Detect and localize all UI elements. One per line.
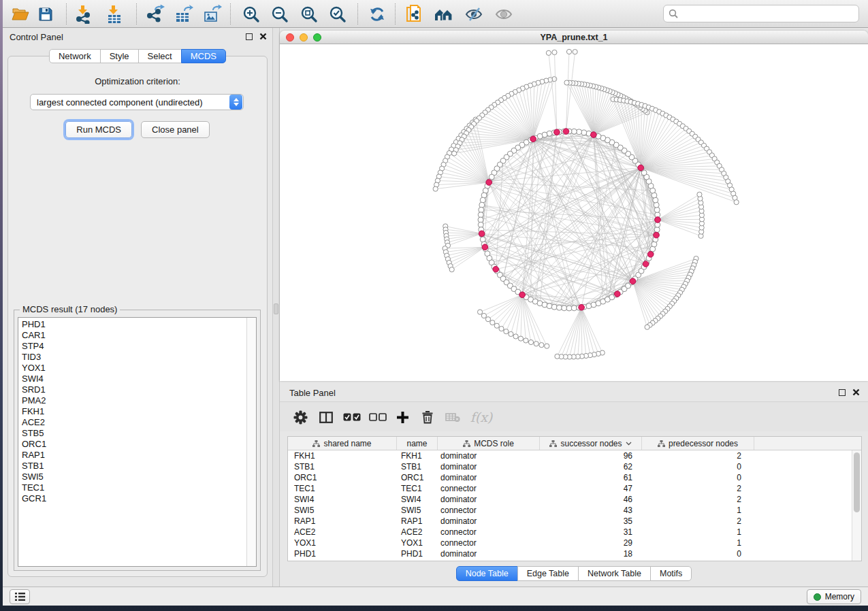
tab-node-table[interactable]: Node Table: [456, 566, 518, 581]
mcds-result-item[interactable]: TID3: [18, 352, 256, 363]
table-row[interactable]: SWI5 SWI5 connector 43 1: [288, 505, 852, 516]
column-header-mcds-role[interactable]: MCDS role: [438, 437, 540, 450]
mcds-result-item[interactable]: GCR1: [18, 493, 256, 504]
search-input[interactable]: [681, 9, 858, 18]
status-bar: Memory: [3, 587, 868, 606]
network-window-title: YPA_prune.txt_1: [280, 33, 868, 42]
table-scrollbar-thumb[interactable]: [854, 452, 860, 512]
function-builder-icon-disabled: f(x): [468, 407, 495, 427]
table-row[interactable]: SWI4 SWI4 dominator 46 2: [288, 494, 852, 505]
float-panel-icon[interactable]: [246, 33, 253, 40]
toolbar-separator: [136, 3, 137, 24]
network-graph[interactable]: [280, 44, 868, 381]
mcds-result-item[interactable]: PHD1: [18, 319, 256, 330]
table-row[interactable]: FKH1 FKH1 dominator 96 2: [288, 450, 852, 461]
column-header-predecessor-nodes[interactable]: predecessor nodes: [642, 437, 754, 450]
column-header-shared-name[interactable]: shared name: [288, 437, 397, 450]
mcds-result-item[interactable]: STP4: [18, 341, 256, 352]
attribute-tree-icon: [312, 440, 320, 447]
control-panel: Control Panel Network Style Select MCDS …: [3, 28, 272, 587]
zoom-out-icon[interactable]: [270, 4, 290, 24]
toolbar-separator: [66, 3, 67, 24]
search-field[interactable]: [663, 5, 859, 22]
task-history-button[interactable]: [10, 589, 30, 604]
column-header-name[interactable]: name: [397, 437, 438, 450]
node-table: shared name name MCDS role successor nod…: [287, 436, 862, 561]
zoom-fit-icon[interactable]: [299, 4, 319, 24]
zoom-selected-icon[interactable]: [327, 4, 348, 24]
deselect-all-checkboxes-icon[interactable]: [367, 407, 389, 427]
tab-select[interactable]: Select: [138, 49, 182, 63]
sort-chevron-icon: [626, 442, 632, 446]
select-all-checkboxes-icon[interactable]: [341, 407, 363, 427]
export-table-icon[interactable]: [174, 4, 194, 24]
close-panel-button[interactable]: Close panel: [141, 121, 210, 138]
optimization-criterion-select[interactable]: largest connected component (undirected): [30, 94, 244, 110]
tab-network[interactable]: Network: [49, 49, 101, 63]
mcds-result-item[interactable]: TEC1: [18, 482, 256, 493]
zoom-in-icon[interactable]: [241, 4, 261, 24]
clone-network-icon[interactable]: [404, 4, 424, 24]
tab-style[interactable]: Style: [100, 49, 139, 63]
tab-network-table[interactable]: Network Table: [578, 566, 651, 581]
refresh-layout-icon[interactable]: [367, 4, 387, 24]
table-row[interactable]: YOX1 YOX1 connector 29 1: [288, 538, 852, 548]
tab-edge-table[interactable]: Edge Table: [517, 566, 579, 581]
mcds-result-item[interactable]: YOX1: [18, 363, 256, 374]
app-window: Control Panel Network Style Select MCDS …: [3, 0, 868, 606]
hide-selected-eye-icon[interactable]: [464, 4, 484, 24]
table-row[interactable]: TEC1 TEC1 connector 47 2: [288, 483, 852, 494]
open-file-icon[interactable]: [10, 4, 31, 24]
show-hidden-eye-icon[interactable]: [494, 4, 514, 24]
network-window-titlebar: YPA_prune.txt_1: [280, 31, 868, 44]
add-column-icon[interactable]: [391, 407, 413, 427]
export-network-icon[interactable]: [145, 4, 165, 24]
float-table-panel-icon[interactable]: [839, 389, 846, 396]
mcds-result-item[interactable]: SRD1: [18, 384, 256, 395]
settings-gear-icon[interactable]: [289, 407, 311, 427]
table-scrollbar[interactable]: [852, 450, 861, 561]
network-view-window: YPA_prune.txt_1: [280, 31, 868, 381]
mcds-list-scrollbar[interactable]: [246, 318, 256, 566]
split-pane-divider[interactable]: [272, 28, 280, 587]
tab-mcds[interactable]: MCDS: [181, 49, 226, 63]
table-row[interactable]: ORC1 ORC1 dominator 61 0: [288, 472, 852, 483]
attribute-tree-icon: [549, 440, 557, 447]
mcds-result-item[interactable]: PMA2: [18, 395, 256, 406]
import-network-icon[interactable]: [74, 4, 94, 24]
mcds-result-item[interactable]: ACE2: [18, 417, 256, 428]
network-canvas[interactable]: [280, 44, 868, 381]
table-row[interactable]: ACE2 ACE2 connector 31 1: [288, 527, 852, 538]
table-tabs: Node Table Edge Table Network Table Moti…: [280, 566, 868, 581]
save-session-icon[interactable]: [35, 4, 56, 24]
run-mcds-button[interactable]: Run MCDS: [65, 121, 132, 138]
delete-column-trash-icon[interactable]: [417, 407, 438, 427]
close-panel-icon[interactable]: [259, 33, 267, 40]
mcds-result-item[interactable]: SWI5: [18, 472, 256, 482]
memory-button[interactable]: Memory: [807, 589, 861, 604]
attribute-tree-icon: [463, 440, 470, 447]
selected-criterion: largest connected component (undirected): [31, 97, 229, 108]
table-row[interactable]: PHD1 PHD1 dominator 18 0: [288, 548, 852, 559]
import-table-icon[interactable]: [104, 4, 125, 24]
table-row[interactable]: STB1 STB1 dominator 62 0: [288, 461, 852, 472]
optimization-criterion-label: Optimization criterion:: [8, 76, 267, 86]
control-panel-titlebar: Control Panel: [3, 28, 272, 46]
table-header-row: shared name name MCDS role successor nod…: [288, 437, 861, 450]
close-table-panel-icon[interactable]: [852, 389, 860, 396]
mcds-result-item[interactable]: FKH1: [18, 406, 256, 417]
column-chooser-icon[interactable]: [315, 407, 337, 427]
column-header-successor-nodes[interactable]: successor nodes: [540, 437, 642, 450]
mcds-result-list[interactable]: PHD1CAR1STP4TID3YOX1SWI4SRD1PMA2FKH1ACE2…: [18, 317, 257, 567]
mcds-result-item[interactable]: CAR1: [18, 330, 256, 341]
export-image-icon[interactable]: [202, 4, 223, 24]
mcds-result-item[interactable]: ORC1: [18, 439, 256, 450]
mcds-result-item[interactable]: STB5: [18, 428, 256, 439]
mcds-result-item[interactable]: STB1: [18, 461, 256, 472]
table-row[interactable]: RAP1 RAP1 dominator 35 2: [288, 516, 852, 527]
tab-motifs[interactable]: Motifs: [650, 566, 692, 581]
mcds-result-item[interactable]: SWI4: [18, 374, 256, 384]
divider-handle-icon[interactable]: [274, 303, 278, 314]
mcds-result-item[interactable]: RAP1: [18, 450, 256, 461]
show-all-networks-icon[interactable]: [434, 4, 454, 24]
